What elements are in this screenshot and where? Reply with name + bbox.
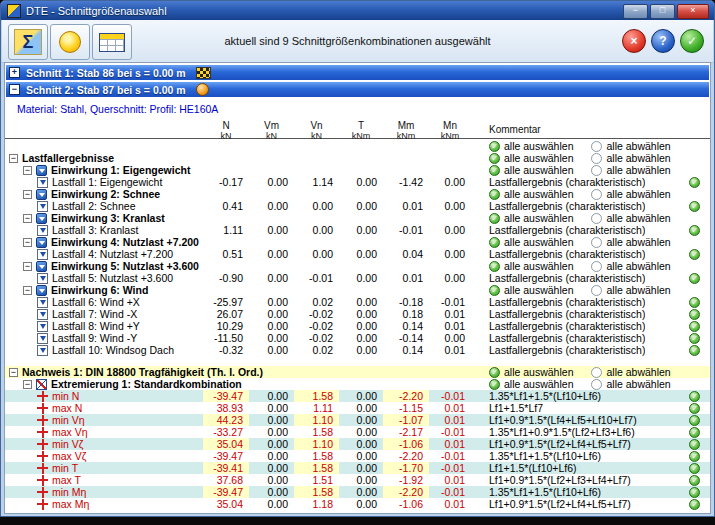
selected-check-icon[interactable]: ✓	[689, 427, 700, 438]
minmax-icon	[37, 487, 48, 498]
selected-check-icon[interactable]: ✓	[689, 333, 700, 344]
selected-check-icon[interactable]: ✓	[689, 309, 700, 320]
selected-check-icon[interactable]: ✓	[689, 439, 700, 450]
value-cell: 0.00	[249, 498, 294, 510]
deselect-all-radio-icon[interactable]	[591, 189, 602, 200]
deselect-all-radio-icon[interactable]	[591, 285, 602, 296]
selected-check-icon[interactable]: ✓	[689, 391, 700, 402]
row-label-cell: Lastfall 6: Wind +X	[5, 296, 203, 308]
row-label: min Mη	[52, 486, 86, 498]
comment-text: 1.35*Lf1+1.5*(Lf10+Lf6)	[471, 450, 601, 462]
value-cell	[383, 260, 429, 272]
value-cell: 1.58	[294, 426, 339, 438]
collapse-icon[interactable]: −	[9, 368, 18, 377]
ok-button[interactable]: ✓	[680, 29, 704, 53]
table-row: max Vη-33.270.001.580.00-2.17-0.011.35*L…	[5, 426, 710, 438]
selected-check-icon[interactable]: ✓	[689, 177, 700, 188]
deselect-all-radio-icon[interactable]	[591, 141, 602, 152]
selected-check-icon[interactable]: ✓	[689, 403, 700, 414]
orange-disc-icon	[196, 83, 209, 96]
deselect-all-radio-icon[interactable]	[591, 379, 602, 390]
titlebar[interactable]: DTE - Schnittgrößenauswahl − □ ×	[1, 1, 714, 20]
cancel-button[interactable]: ×	[622, 29, 646, 53]
row-label: min Vη	[52, 414, 85, 426]
collapse-icon[interactable]: −	[23, 380, 32, 389]
combinations-button[interactable]	[92, 24, 132, 60]
window-controls: − □ ×	[623, 4, 709, 19]
value-cell: 0.01	[383, 272, 429, 284]
select-all-radio-icon[interactable]: ✓	[489, 165, 500, 176]
deselect-all-radio-icon[interactable]	[591, 261, 602, 272]
collapse-icon[interactable]: −	[23, 214, 32, 223]
selected-check-icon[interactable]: ✓	[689, 273, 700, 284]
row-label-cell: −Nachweis 1: DIN 18800 Tragfähigkeit (Th…	[5, 366, 203, 378]
deselect-all-radio-icon[interactable]	[591, 153, 602, 164]
value-cell	[203, 212, 249, 224]
collapse-icon[interactable]: −	[23, 286, 32, 295]
deselect-all-label: alle abwählen	[606, 378, 670, 390]
select-all-radio-icon[interactable]: ✓	[489, 141, 500, 152]
maximize-button[interactable]: □	[650, 4, 675, 19]
value-cell	[339, 152, 383, 164]
deselect-all-radio-icon[interactable]	[591, 367, 602, 378]
selected-check-icon[interactable]: ✓	[689, 487, 700, 498]
minimize-button[interactable]: −	[623, 4, 648, 19]
selected-check-icon[interactable]: ✓	[689, 345, 700, 356]
value-cell: -0.02	[294, 308, 339, 320]
select-all-radio-icon[interactable]: ✓	[489, 379, 500, 390]
collapse-icon[interactable]: −	[23, 238, 32, 247]
collapse-icon[interactable]: −	[9, 154, 18, 163]
value-cell	[249, 152, 294, 164]
select-all-radio-icon[interactable]: ✓	[489, 153, 500, 164]
section-bar-schnitt-1[interactable]: + Schnitt 1: Stab 86 bei s = 0.00 m	[6, 65, 709, 80]
column-header-kommentar: Kommentar	[471, 119, 710, 138]
deselect-all-label: alle abwählen	[606, 188, 670, 200]
comment-text: 1.35*Lf1+0.9*1.5*(Lf2+Lf3+Lf6)	[471, 426, 635, 438]
selected-check-icon[interactable]: ✓	[689, 249, 700, 260]
value-cell: 0.00	[294, 248, 339, 260]
select-all-radio-icon[interactable]: ✓	[489, 285, 500, 296]
lastfall-icon	[37, 321, 48, 332]
deselect-all-radio-icon[interactable]	[591, 237, 602, 248]
collapse-icon[interactable]: −	[23, 262, 32, 271]
deselect-all-radio-icon[interactable]	[591, 213, 602, 224]
select-all-radio-icon[interactable]: ✓	[489, 213, 500, 224]
status-text: aktuell sind 9 Schnittgrößenkombinatione…	[132, 20, 583, 62]
value-cell: 0.00	[339, 176, 383, 188]
select-all-radio-icon[interactable]: ✓	[489, 237, 500, 248]
row-label-cell: −Lastfallergebnisse	[5, 152, 203, 164]
value-cell: 1.10	[294, 438, 339, 450]
selected-check-icon[interactable]: ✓	[689, 415, 700, 426]
selected-check-icon[interactable]: ✓	[689, 297, 700, 308]
value-cell: -33.27	[203, 426, 249, 438]
selected-check-icon[interactable]: ✓	[689, 225, 700, 236]
expand-icon[interactable]: +	[9, 67, 20, 78]
selected-check-icon[interactable]: ✓	[689, 201, 700, 212]
collapse-icon[interactable]: −	[23, 190, 32, 199]
collapse-icon[interactable]: −	[9, 84, 20, 95]
sum-button[interactable]: Σ	[8, 24, 48, 60]
value-cell	[429, 236, 471, 248]
value-cell	[339, 212, 383, 224]
value-cell: -0.90	[203, 272, 249, 284]
selected-check-icon[interactable]: ✓	[689, 463, 700, 474]
value-cell	[383, 236, 429, 248]
row-label: Lastfall 6: Wind +X	[52, 296, 140, 308]
section-bar-schnitt-2[interactable]: − Schnitt 2: Stab 87 bei s = 0.00 m	[6, 82, 709, 97]
options-button[interactable]	[50, 24, 90, 60]
deselect-all-radio-icon[interactable]	[591, 165, 602, 176]
value-cell: -0.01	[429, 462, 471, 474]
close-button[interactable]: ×	[677, 4, 709, 19]
row-spacer	[5, 356, 710, 366]
collapse-icon[interactable]: −	[23, 166, 32, 175]
selected-check-icon[interactable]: ✓	[689, 321, 700, 332]
selected-check-icon[interactable]: ✓	[689, 475, 700, 486]
select-all-radio-icon[interactable]: ✓	[489, 367, 500, 378]
selected-check-icon[interactable]: ✓	[689, 499, 700, 510]
value-cell: -0.14	[383, 332, 429, 344]
select-all-radio-icon[interactable]: ✓	[489, 189, 500, 200]
table-row: −Einwirkung 4: Nutzlast +7.200✓alle ausw…	[5, 236, 710, 248]
selected-check-icon[interactable]: ✓	[689, 451, 700, 462]
select-all-radio-icon[interactable]: ✓	[489, 261, 500, 272]
help-button[interactable]: ?	[651, 29, 675, 53]
